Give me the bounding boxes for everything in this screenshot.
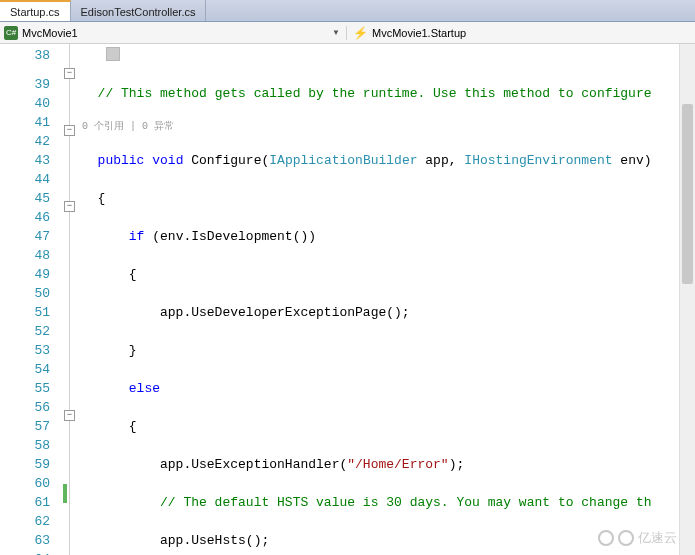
chevron-down-icon: ▼ [332, 28, 340, 37]
csharp-icon: C# [4, 26, 18, 40]
fold-column: − − − − [62, 44, 82, 555]
class-icon: ⚡ [353, 26, 368, 40]
context-project-label: MvcMovie1 [22, 27, 78, 39]
codelens-hint[interactable]: 0 个引用 | 0 异常 [82, 122, 695, 132]
context-project-dropdown[interactable]: C# MvcMovie1 ▼ [0, 26, 346, 40]
code-editor[interactable]: 3839404142434445464748495051525354555657… [0, 44, 695, 555]
change-marker [63, 484, 67, 503]
fold-toggle[interactable]: − [64, 125, 75, 136]
edit-cursor-icon [106, 47, 120, 61]
context-bar: C# MvcMovie1 ▼ ⚡ MvcMovie1.Startup [0, 22, 695, 44]
context-class-dropdown[interactable]: ⚡ MvcMovie1.Startup [346, 26, 695, 40]
watermark: 亿速云 [598, 529, 677, 547]
tab-edison[interactable]: EdisonTestController.cs [71, 0, 207, 21]
fold-toggle[interactable]: − [64, 201, 75, 212]
scroll-thumb[interactable] [682, 104, 693, 284]
fold-toggle[interactable]: − [64, 68, 75, 79]
code-content[interactable]: // This method gets called by the runtim… [82, 44, 695, 555]
vertical-scrollbar[interactable] [679, 44, 695, 555]
line-number-gutter: 3839404142434445464748495051525354555657… [0, 44, 62, 555]
watermark-logo-icon [618, 530, 634, 546]
context-class-label: MvcMovie1.Startup [372, 27, 466, 39]
watermark-text: 亿速云 [638, 529, 677, 547]
tab-bar: Startup.cs EdisonTestController.cs [0, 0, 695, 22]
fold-toggle[interactable]: − [64, 410, 75, 421]
watermark-logo-icon [598, 530, 614, 546]
tab-startup[interactable]: Startup.cs [0, 0, 71, 21]
